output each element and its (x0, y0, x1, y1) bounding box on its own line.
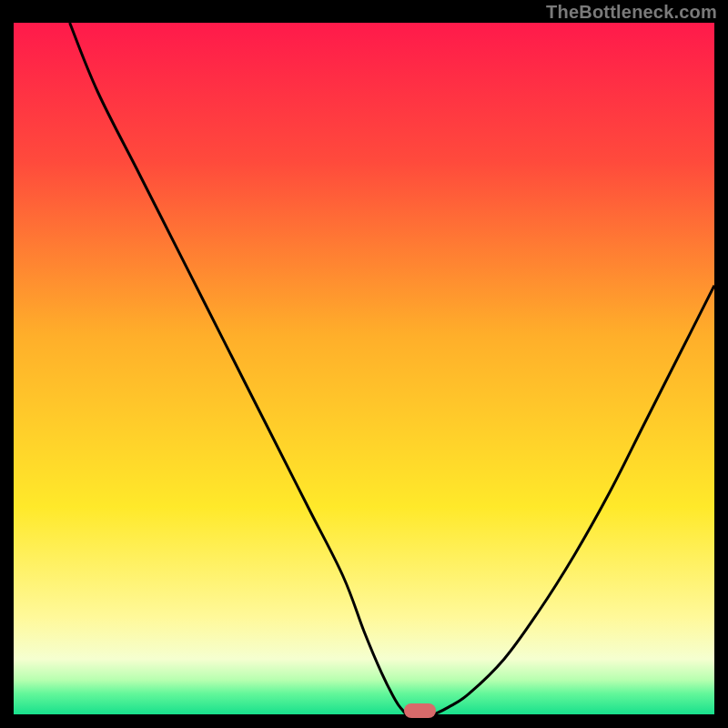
optimal-marker (404, 703, 436, 717)
watermark-text: TheBottleneck.com (546, 2, 717, 23)
bottleneck-chart (14, 23, 714, 714)
gradient-background (14, 23, 714, 714)
chart-frame (14, 23, 714, 714)
